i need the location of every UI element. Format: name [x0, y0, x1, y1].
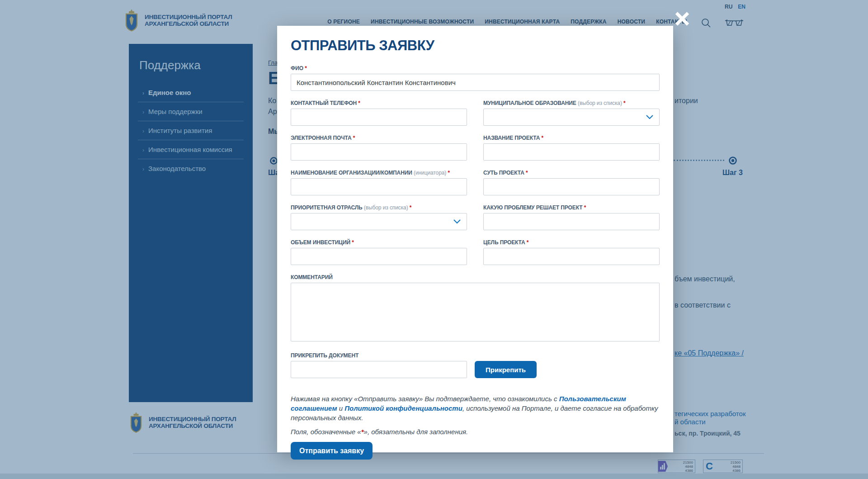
field-email-label: ЭЛЕКТРОННАЯ ПОЧТА * — [291, 134, 467, 142]
field-organization-label: НАИМЕНОВАНИЕ ОРГАНИЗАЦИИ/КОМПАНИИ (иници… — [291, 169, 467, 176]
field-fio: ФИО * — [291, 65, 660, 91]
field-goal-label: ЦЕЛЬ ПРОЕКТА * — [483, 239, 660, 246]
privacy-policy-link[interactable]: Политикой конфиденциальности — [344, 404, 462, 412]
field-industry-label: ПРИОРИТЕТНАЯ ОТРАСЛЬ (выбор из списка) * — [291, 204, 467, 211]
field-municipality: МУНИЦИПАЛЬНОЕ ОБРАЗОВАНИЕ (выбор из спис… — [483, 100, 660, 126]
comment-textarea[interactable] — [291, 283, 660, 341]
modal-title: ОТПРАВИТЬ ЗАЯВКУ — [291, 38, 660, 54]
phone-input[interactable] — [291, 109, 467, 126]
field-project-name-label: НАЗВАНИЕ ПРОЕКТА * — [483, 134, 660, 142]
close-icon[interactable] — [675, 12, 689, 25]
field-goal: ЦЕЛЬ ПРОЕКТА * — [483, 239, 660, 265]
fio-input[interactable] — [291, 74, 660, 91]
legal-text: Нажимая на кнопку «Отправить заявку» Вы … — [291, 394, 660, 422]
field-problem: КАКУЮ ПРОБЛЕМУ РЕШАЕТ ПРОЕКТ * — [483, 204, 660, 230]
field-phone-label: КОНТАКТНЫЙ ТЕЛЕФОН * — [291, 100, 467, 107]
field-email: ЭЛЕКТРОННАЯ ПОЧТА * — [291, 134, 467, 161]
industry-select[interactable] — [291, 213, 467, 230]
field-investment: ОБЪЕМ ИНВЕСТИЦИЙ * — [291, 239, 467, 265]
project-name-input[interactable] — [483, 143, 660, 161]
problem-input[interactable] — [483, 213, 660, 230]
attach-file-input[interactable] — [291, 361, 467, 378]
field-essence: СУТЬ ПРОЕКТА * — [483, 169, 660, 195]
field-essence-label: СУТЬ ПРОЕКТА * — [483, 169, 660, 176]
attach-button[interactable]: Прикрепить — [475, 361, 537, 378]
field-phone: КОНТАКТНЫЙ ТЕЛЕФОН * — [291, 100, 467, 126]
field-fio-label: ФИО * — [291, 65, 660, 72]
submit-application-button[interactable]: Отправить заявку — [291, 442, 373, 460]
required-fields-note: Поля, обозначенные «*», обязательны для … — [291, 428, 660, 436]
submit-application-modal: ОТПРАВИТЬ ЗАЯВКУ ФИО * КОНТАКТНЫЙ ТЕЛЕФО… — [277, 26, 673, 452]
investment-input[interactable] — [291, 248, 467, 265]
field-municipality-label: МУНИЦИПАЛЬНОЕ ОБРАЗОВАНИЕ (выбор из спис… — [483, 100, 660, 107]
page: ИНВЕСТИЦИОННЫЙ ПОРТАЛ АРХАНГЕЛЬСКОЙ ОБЛА… — [0, 0, 868, 479]
field-attach-label: ПРИКРЕПИТЬ ДОКУМЕНТ — [291, 352, 660, 359]
field-comment-label: КОММЕНТАРИЙ — [291, 274, 660, 281]
field-industry: ПРИОРИТЕТНАЯ ОТРАСЛЬ (выбор из списка) * — [291, 204, 467, 230]
application-form: ФИО * КОНТАКТНЫЙ ТЕЛЕФОН * МУНИЦИПАЛЬНОЕ… — [291, 65, 660, 387]
essence-input[interactable] — [483, 178, 660, 195]
field-attach: ПРИКРЕПИТЬ ДОКУМЕНТ Прикрепить — [291, 352, 660, 378]
field-organization: НАИМЕНОВАНИЕ ОРГАНИЗАЦИИ/КОМПАНИИ (иници… — [291, 169, 467, 195]
field-investment-label: ОБЪЕМ ИНВЕСТИЦИЙ * — [291, 239, 467, 246]
organization-input[interactable] — [291, 178, 467, 195]
field-project-name: НАЗВАНИЕ ПРОЕКТА * — [483, 134, 660, 161]
municipality-select[interactable] — [483, 109, 660, 126]
email-input[interactable] — [291, 143, 467, 161]
goal-input[interactable] — [483, 248, 660, 265]
field-problem-label: КАКУЮ ПРОБЛЕМУ РЕШАЕТ ПРОЕКТ * — [483, 204, 660, 211]
field-comment: КОММЕНТАРИЙ — [291, 274, 660, 343]
